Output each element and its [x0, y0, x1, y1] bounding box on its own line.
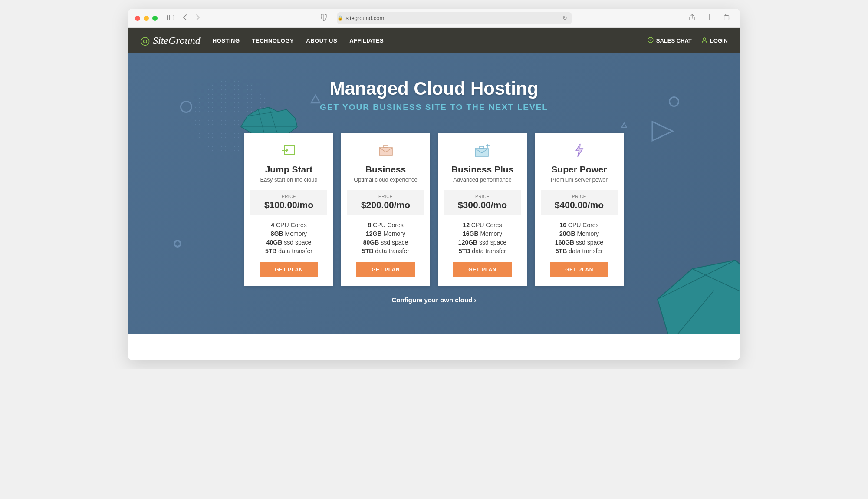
price-value: $100.00/mo [250, 200, 327, 210]
briefcase-icon [378, 142, 394, 158]
plan-tagline: Optimal cloud experience [354, 176, 418, 183]
svg-line-9 [258, 109, 265, 135]
back-button[interactable] [180, 13, 190, 23]
user-icon [701, 37, 707, 44]
svg-rect-22 [384, 145, 388, 148]
briefcase-plus-icon [474, 142, 491, 158]
spec-ssd: 160GB ssd space [555, 239, 603, 246]
plan-name: Jump Start [265, 164, 313, 175]
arrow-box-icon [282, 142, 296, 158]
spec-ssd: 40GB ssd space [266, 239, 312, 246]
plan-name: Business [365, 164, 406, 175]
minimize-window-button[interactable] [144, 16, 149, 21]
new-tab-icon[interactable] [704, 12, 715, 24]
spec-memory: 12GB Memory [366, 230, 405, 237]
nav-link-hosting[interactable]: HOSTING [213, 37, 240, 44]
sidebar-toggle-icon[interactable] [164, 13, 177, 23]
hero-subtitle: GET YOUR BUSINESS SITE TO THE NEXT LEVEL [128, 102, 740, 112]
browser-window: 🔒 siteground.com ↻ ◎ SiteGround [128, 9, 740, 360]
sales-chat-label: SALES CHAT [656, 37, 692, 44]
spec-cpu: 8 CPU Cores [368, 221, 403, 228]
tabs-icon[interactable] [721, 12, 733, 24]
svg-rect-24 [480, 146, 484, 149]
price-box: PRICE $300.00/mo [444, 190, 521, 215]
plan-tagline: Advanced performance [453, 176, 511, 183]
lightning-icon [573, 142, 585, 158]
plan-name: Business Plus [451, 164, 514, 175]
plan-specs: 8 CPU Cores 12GB Memory 80GB ssd space 5… [362, 221, 409, 254]
spec-memory: 16GB Memory [463, 230, 502, 237]
hero-section: Managed Cloud Hosting GET YOUR BUSINESS … [128, 53, 740, 334]
price-value: $400.00/mo [541, 200, 618, 210]
spec-memory: 20GB Memory [559, 230, 599, 237]
price-value: $200.00/mo [347, 200, 424, 210]
address-bar[interactable]: 🔒 siteground.com ↻ [337, 12, 572, 24]
below-hero-whitespace [128, 334, 740, 360]
get-plan-button[interactable]: GET PLAN [550, 262, 608, 277]
price-label: PRICE [347, 194, 424, 199]
spec-transfer: 5TB data transfer [459, 248, 506, 254]
get-plan-button[interactable]: GET PLAN [453, 262, 512, 277]
sales-chat-link[interactable]: ? SALES CHAT [648, 37, 692, 44]
configure-cloud-link[interactable]: Configure your own cloud [128, 296, 740, 304]
plan-tagline: Premium server power [551, 176, 608, 183]
window-controls [135, 16, 158, 21]
svg-line-11 [247, 112, 278, 116]
forward-button[interactable] [193, 13, 203, 23]
spec-cpu: 16 CPU Cores [559, 221, 598, 228]
nav-link-technology[interactable]: TECHNOLOGY [252, 37, 294, 44]
price-label: PRICE [444, 194, 521, 199]
plan-card: Jump Start Easy start on the cloud PRICE… [244, 133, 333, 286]
svg-text:?: ? [649, 38, 652, 42]
plan-specs: 12 CPU Cores 16GB Memory 120GB ssd space… [458, 221, 506, 254]
nav-links: HOSTING TECHNOLOGY ABOUT US AFFILIATES [213, 37, 384, 44]
nav-link-about[interactable]: ABOUT US [306, 37, 337, 44]
brand-name: SiteGround [153, 35, 201, 46]
plan-name: Super Power [551, 164, 607, 175]
close-window-button[interactable] [135, 16, 140, 21]
price-box: PRICE $400.00/mo [541, 190, 618, 215]
plan-card: Business Optimal cloud experience PRICE … [341, 133, 430, 286]
svg-rect-0 [168, 15, 174, 20]
login-label: LOGIN [710, 37, 728, 44]
svg-marker-15 [621, 123, 627, 128]
spec-ssd: 120GB ssd space [458, 239, 506, 246]
share-icon[interactable] [687, 12, 698, 24]
plan-card: Super Power Premium server power PRICE $… [535, 133, 624, 286]
logo-swirl-icon: ◎ [140, 34, 150, 47]
nav-link-affiliates[interactable]: AFFILIATES [349, 37, 384, 44]
site-logo[interactable]: ◎ SiteGround [140, 34, 201, 47]
plan-specs: 4 CPU Cores 8GB Memory 40GB ssd space 5T… [265, 221, 312, 254]
site-navbar: ◎ SiteGround HOSTING TECHNOLOGY ABOUT US… [128, 28, 740, 53]
browser-chrome: 🔒 siteground.com ↻ [128, 9, 740, 28]
page-content: ◎ SiteGround HOSTING TECHNOLOGY ABOUT US… [128, 28, 740, 360]
get-plan-button[interactable]: GET PLAN [356, 262, 415, 277]
refresh-icon[interactable]: ↻ [562, 15, 572, 21]
pricing-plans: Jump Start Easy start on the cloud PRICE… [128, 133, 740, 286]
plan-specs: 16 CPU Cores 20GB Memory 160GB ssd space… [555, 221, 603, 254]
spec-transfer: 5TB data transfer [556, 248, 603, 254]
price-box: PRICE $200.00/mo [347, 190, 424, 215]
url-text: siteground.com [346, 15, 385, 21]
plan-card: Business Plus Advanced performance PRICE… [438, 133, 527, 286]
plan-tagline: Easy start on the cloud [260, 176, 317, 183]
hero-title: Managed Cloud Hosting [128, 78, 740, 99]
spec-cpu: 4 CPU Cores [271, 221, 306, 228]
chat-icon: ? [648, 37, 654, 44]
price-value: $300.00/mo [444, 200, 521, 210]
price-label: PRICE [541, 194, 618, 199]
get-plan-button[interactable]: GET PLAN [260, 262, 318, 277]
price-box: PRICE $100.00/mo [250, 190, 327, 215]
shield-icon[interactable] [318, 12, 329, 24]
spec-transfer: 5TB data transfer [265, 248, 312, 254]
spec-transfer: 5TB data transfer [362, 248, 409, 254]
lock-icon: 🔒 [337, 15, 343, 21]
svg-point-7 [703, 38, 706, 40]
spec-ssd: 80GB ssd space [363, 239, 408, 246]
login-link[interactable]: LOGIN [701, 37, 728, 44]
spec-cpu: 12 CPU Cores [463, 221, 502, 228]
price-label: PRICE [250, 194, 327, 199]
spec-memory: 8GB Memory [271, 230, 307, 237]
maximize-window-button[interactable] [152, 16, 158, 21]
svg-rect-4 [724, 16, 729, 20]
